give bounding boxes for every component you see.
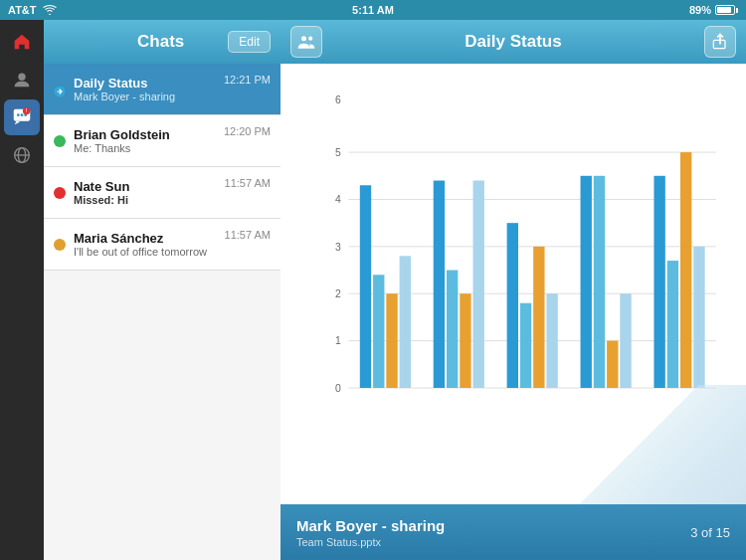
main-container: ! Chats Edit Daily StatusMark Boyer - sh…	[0, 20, 746, 560]
bar	[473, 181, 484, 388]
svg-text:6: 6	[335, 94, 341, 105]
share-icon	[710, 32, 730, 52]
chat-preview: Me: Thanks	[74, 142, 220, 154]
chats-title: Chats	[93, 32, 228, 52]
right-panel: Daily Status 0 1	[280, 20, 746, 560]
chat-status-dot	[54, 187, 66, 199]
svg-text:0: 0	[335, 383, 341, 394]
svg-text:3: 3	[335, 242, 341, 253]
sender-name: Mark Boyer - sharing	[296, 517, 445, 534]
status-bar: AT&T 5:11 AM 89%	[0, 0, 746, 20]
chat-preview: Mark Boyer - sharing	[74, 91, 220, 102]
chat-time: 12:20 PM	[224, 125, 271, 137]
status-time: 5:11 AM	[352, 4, 394, 16]
chat-content: Maria SánchezI'll be out of office tomor…	[74, 231, 221, 258]
bar	[620, 293, 631, 388]
chat-time: 11:57 AM	[225, 229, 271, 241]
sidebar-icon-chats[interactable]: !	[4, 99, 40, 135]
group-icon	[296, 32, 316, 52]
sidebar-icon-contacts[interactable]	[4, 62, 40, 97]
chat-item[interactable]: Daily StatusMark Boyer - sharing12:21 PM	[44, 64, 280, 115]
chats-header: Chats Edit	[44, 20, 280, 64]
status-bar-left: AT&T	[8, 4, 57, 16]
svg-text:4: 4	[335, 194, 341, 205]
bar	[667, 261, 678, 388]
chat-preview: Missed: Hi	[74, 194, 221, 206]
right-header: Daily Status	[280, 20, 746, 64]
chat-preview: I'll be out of office tomorrow	[74, 246, 221, 258]
battery-percentage: 89%	[689, 4, 711, 16]
svg-text:1: 1	[335, 335, 341, 346]
svg-rect-13	[713, 40, 725, 48]
bar	[533, 247, 544, 388]
bar	[594, 176, 605, 388]
bar	[607, 341, 618, 388]
right-panel-title: Daily Status	[322, 32, 704, 52]
chat-status-dot	[54, 135, 66, 147]
svg-point-11	[301, 36, 306, 41]
bar	[360, 185, 371, 388]
bar	[653, 176, 664, 388]
bar	[447, 271, 458, 388]
sidebar-icons: !	[0, 20, 44, 560]
chat-item[interactable]: Brian GoldsteinMe: Thanks12:20 PM	[44, 115, 280, 167]
chat-name: Daily Status	[74, 76, 220, 91]
bottom-bar: Mark Boyer - sharing Team Status.pptx 3 …	[280, 504, 746, 560]
chat-content: Nate SunMissed: Hi	[74, 179, 221, 206]
page-info: 3 of 15	[690, 525, 730, 540]
carrier-label: AT&T	[8, 4, 37, 16]
status-bar-right: 89%	[689, 4, 738, 16]
bar	[680, 152, 691, 388]
svg-point-2	[17, 113, 20, 116]
group-icon-button[interactable]	[290, 26, 322, 58]
bar	[386, 293, 397, 388]
wifi-icon	[43, 4, 57, 16]
chat-time: 12:21 PM	[224, 74, 271, 86]
bar	[546, 293, 557, 388]
sidebar-icon-home[interactable]	[4, 24, 40, 60]
chart-area: 0 1 2 3 4 5 6	[280, 64, 746, 504]
svg-text:2: 2	[335, 288, 341, 299]
chat-content: Daily StatusMark Boyer - sharing	[74, 76, 220, 102]
bar	[434, 181, 445, 388]
chat-time: 11:57 AM	[225, 177, 271, 189]
share-icon-button[interactable]	[704, 26, 736, 58]
bar	[520, 303, 531, 388]
filename-label: Team Status.pptx	[296, 536, 445, 548]
chat-item[interactable]: Maria SánchezI'll be out of office tomor…	[44, 219, 280, 271]
bar	[460, 293, 470, 388]
chart-bg-decoration	[448, 385, 746, 504]
bar	[400, 256, 411, 388]
chat-status-dot	[54, 84, 66, 95]
bar	[507, 223, 518, 388]
chat-name: Brian Goldstein	[74, 127, 220, 142]
edit-button[interactable]: Edit	[228, 31, 271, 53]
bar	[581, 176, 592, 388]
bar	[373, 275, 384, 388]
chat-name: Nate Sun	[74, 179, 221, 194]
sidebar-icon-globe[interactable]	[4, 137, 40, 173]
svg-text:5: 5	[335, 147, 341, 158]
chat-item[interactable]: Nate SunMissed: Hi11:57 AM	[44, 167, 280, 219]
bottom-bar-info: Mark Boyer - sharing Team Status.pptx	[296, 517, 445, 548]
chat-content: Brian GoldsteinMe: Thanks	[74, 127, 220, 154]
chat-name: Maria Sánchez	[74, 231, 221, 246]
bar	[693, 247, 704, 388]
battery-icon	[715, 5, 738, 15]
chat-status-dot	[54, 239, 66, 251]
svg-point-0	[18, 74, 25, 81]
chats-panel: Chats Edit Daily StatusMark Boyer - shar…	[44, 20, 280, 560]
svg-point-12	[308, 37, 312, 41]
chats-list: Daily StatusMark Boyer - sharing12:21 PM…	[44, 64, 280, 560]
svg-point-3	[21, 113, 24, 116]
